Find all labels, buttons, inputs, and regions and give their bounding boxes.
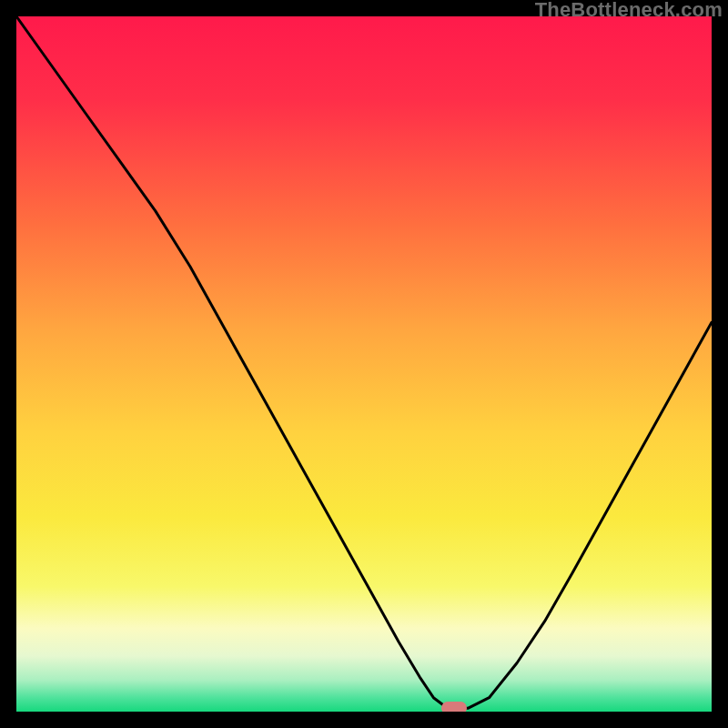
watermark-label: TheBottleneck.com [535, 0, 723, 22]
bottleneck-curve [16, 16, 712, 712]
chart-container: TheBottleneck.com [0, 0, 728, 728]
plot-area [16, 16, 712, 712]
optimal-marker [441, 702, 467, 712]
